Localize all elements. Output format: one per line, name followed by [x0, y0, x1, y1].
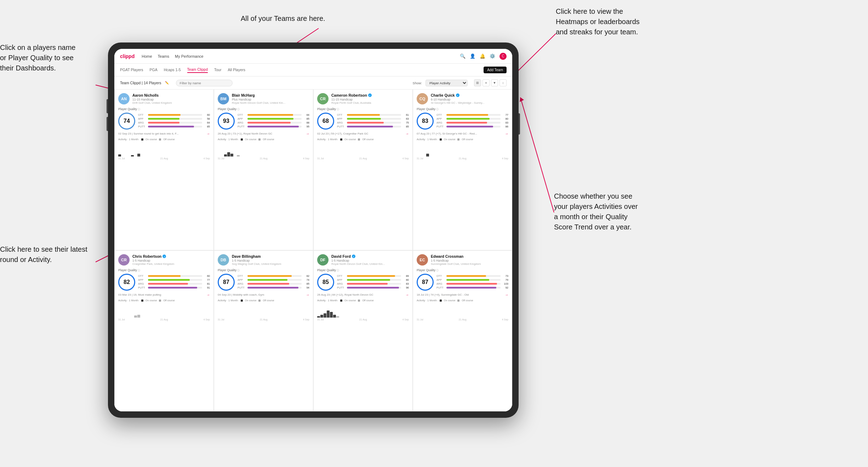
latest-round[interactable]: 26 Aug 23 | 84 (+12), Royal North Devon …: [317, 293, 409, 297]
player-info: Cameron Robertson ✓ 11-15 Handicap Royal…: [331, 93, 409, 104]
verified-icon: ✓: [352, 255, 355, 258]
quality-stats: OTT 60 APP 77 ARG: [138, 274, 210, 290]
activity-header: Activity · 1 Month On course Off course: [417, 299, 508, 302]
round-arrow-icon[interactable]: →: [206, 293, 210, 297]
avatar-icon[interactable]: C: [499, 53, 507, 60]
on-course-legend: [340, 300, 342, 302]
profile-icon[interactable]: 👤: [470, 53, 475, 59]
team-header: Team Clippd | 14 Players ✏️ Show: Player…: [114, 76, 512, 89]
app-stat: APP 80: [436, 117, 508, 120]
ott-stat: OTT 73: [436, 274, 508, 278]
player-name[interactable]: Cameron Robertson ✓: [331, 93, 409, 97]
latest-round[interactable]: 02 Jul 23 | 59 (+17), Craigmillar Park G…: [317, 132, 409, 136]
verified-icon: ✓: [162, 255, 166, 258]
quality-score[interactable]: 87: [417, 274, 434, 291]
putt-stat: PUTT 86: [436, 125, 508, 128]
latest-round[interactable]: 26 Aug 23 | 73 (+1), Royal North Devon G…: [218, 132, 309, 136]
latest-round[interactable]: 07 Aug 23 | 77 (+7), St George's Hill GC…: [417, 132, 508, 136]
ipad-screen: clippd Home Teams My Performance 🔍 👤 🔔 ⚙…: [114, 49, 512, 411]
activity-legend: On course Off course: [141, 138, 175, 141]
list-view-icon[interactable]: ≡: [482, 79, 490, 86]
chart-dates: 31 Jul 21 Aug 4 Sep: [118, 318, 210, 321]
ott-stat: OTT 60: [138, 113, 210, 116]
round-arrow-icon[interactable]: →: [505, 132, 508, 136]
tab-pga[interactable]: PGA: [150, 68, 158, 73]
filter-input[interactable]: [176, 80, 233, 86]
round-arrow-icon[interactable]: →: [405, 293, 409, 297]
player-card: DF David Ford ✓ 1-5 Handicap Royal North…: [313, 250, 413, 411]
bell-icon[interactable]: 🔔: [480, 53, 485, 59]
nav-home[interactable]: Home: [142, 54, 152, 58]
quality-score[interactable]: 74: [118, 113, 135, 130]
grid-view-icon[interactable]: ⊞: [474, 79, 481, 86]
activity-section: Activity · 1 Month On course Off course …: [317, 138, 409, 160]
player-info: David Ford ✓ 1-5 Handicap Royal North De…: [331, 254, 409, 266]
player-name[interactable]: Charlie Quick ✓: [431, 93, 508, 97]
activity-header: Activity · 1 Month On course Off course: [317, 138, 409, 141]
round-arrow-icon[interactable]: →: [505, 293, 508, 297]
quality-score[interactable]: 85: [317, 274, 334, 291]
quality-score[interactable]: 83: [417, 113, 434, 130]
nav-teams[interactable]: Teams: [158, 54, 169, 58]
nav-performance[interactable]: My Performance: [175, 54, 204, 58]
latest-round[interactable]: 04 Sep 23 | Mobility with coach, Gym →: [218, 293, 309, 297]
latest-round[interactable]: 03 Mar 23 | 19, Must make putting →: [118, 293, 210, 297]
avatar: AN: [118, 93, 130, 104]
round-arrow-icon[interactable]: →: [306, 293, 309, 297]
activity-chart: [118, 303, 210, 318]
quality-label: Player Quality ⓘ: [417, 268, 508, 272]
avatar: CR: [317, 93, 329, 104]
add-team-button[interactable]: Add Team: [484, 67, 507, 73]
quality-score[interactable]: 82: [118, 274, 135, 291]
player-name[interactable]: David Ford ✓: [331, 254, 409, 258]
round-arrow-icon[interactable]: →: [306, 132, 309, 136]
latest-round[interactable]: 02 Sep 23 | Sunrise round to get back in…: [118, 132, 210, 136]
quality-stats: OTT 60 APP 58 ARG: [138, 113, 210, 129]
quality-score[interactable]: 87: [218, 274, 235, 291]
sort-icon[interactable]: ↕: [499, 79, 507, 86]
tab-all-players[interactable]: All Players: [228, 68, 245, 73]
player-handicap: 11-15 Handicap: [331, 98, 409, 101]
player-name[interactable]: Dave Billingham: [232, 254, 309, 258]
activity-chart: [218, 303, 309, 318]
search-icon[interactable]: 🔍: [460, 53, 466, 59]
round-arrow-icon[interactable]: →: [405, 132, 409, 136]
quality-score[interactable]: 93: [218, 113, 235, 130]
tab-hcaps[interactable]: Hcaps 1-5: [164, 68, 181, 73]
player-name[interactable]: Chris Robertson ✓: [132, 254, 210, 258]
player-card-header: CR Chris Robertson ✓ 1-5 Handicap Craigm…: [118, 254, 210, 266]
quality-score[interactable]: 68: [317, 113, 334, 130]
player-name[interactable]: Blair McHarg: [232, 93, 309, 97]
player-card-header: DB Dave Billingham 1-5 Handicap Sog Magi…: [218, 254, 309, 266]
player-club: Royal North Devon Golf Club, United Kin.…: [331, 262, 409, 266]
chart-dates: 31 Jul 21 Aug 4 Sep: [118, 157, 210, 160]
quality-label: Player Quality ⓘ: [218, 107, 309, 111]
player-club: Royal Perth Golf Club, Australia: [331, 101, 409, 104]
putt-stat: PUTT 92: [436, 286, 508, 289]
on-course-legend: [440, 300, 442, 302]
quality-section: 85 OTT 89 APP 80 ARG: [317, 274, 409, 291]
player-info: Blair McHarg Plus Handicap Royal North D…: [232, 93, 309, 104]
quality-section: 87 OTT 82 APP 74 ARG: [218, 274, 309, 291]
tab-team-clippd[interactable]: Team Clippd: [187, 67, 208, 73]
player-card-header: DF David Ford ✓ 1-5 Handicap Royal North…: [317, 254, 409, 266]
quality-label: Player Quality ⓘ: [118, 107, 210, 111]
settings-icon[interactable]: ⚙️: [490, 53, 495, 59]
activity-header: Activity · 1 Month On course Off course: [118, 299, 210, 302]
player-grid: AN Aaron Nicholls 11-15 Handicap Drift G…: [114, 89, 512, 411]
arg-stat: ARG 103: [436, 282, 508, 285]
on-course-legend: [340, 138, 342, 141]
filter-icon[interactable]: ▼: [491, 79, 498, 86]
on-course-legend: [241, 138, 243, 141]
tab-tour[interactable]: Tour: [214, 68, 221, 73]
nav-links: Home Teams My Performance: [142, 54, 203, 58]
player-card: DB Dave Billingham 1-5 Handicap Sog Magi…: [214, 250, 313, 411]
tab-pgat[interactable]: PGAT Players: [120, 68, 143, 73]
round-arrow-icon[interactable]: →: [206, 132, 210, 136]
edit-icon[interactable]: ✏️: [165, 81, 169, 85]
latest-round[interactable]: 18 Jul 23 | 74 (+4), Sunningdale GC - Ol…: [417, 293, 508, 297]
player-name[interactable]: Aaron Nicholls: [132, 93, 210, 97]
player-name[interactable]: Edward Crossman: [431, 254, 508, 258]
player-club: Drift Golf Club, United Kingdom: [132, 101, 210, 104]
show-select[interactable]: Player Activity Quality Score Trend: [426, 80, 468, 86]
